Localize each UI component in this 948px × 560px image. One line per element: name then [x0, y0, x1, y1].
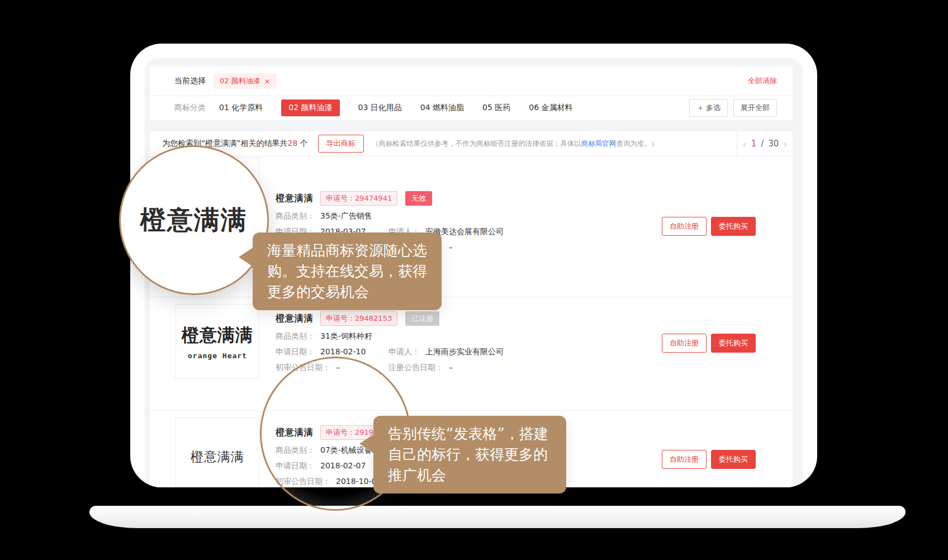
- tooltip-promotion: 告别传统“发表格”，搭建自己的标行，获得更多的推广机会: [373, 416, 566, 493]
- current-selection-row: 当前选择 02 颜料油漆 × 全部清除: [150, 67, 793, 96]
- trademark-logo-subtext: orange Heart: [188, 352, 247, 360]
- status-badge: 已注册: [405, 311, 439, 326]
- self-register-button[interactable]: 自助注册: [662, 450, 707, 469]
- results-summary-suffix: 个: [297, 139, 307, 148]
- detail-line: 商品类别：31类-饲料种籽: [276, 331, 504, 341]
- applicant-value: 上海雨步实业有限公司: [425, 347, 504, 357]
- entrust-buy-button[interactable]: 委托购买: [711, 450, 756, 469]
- application-number-tag: 申请号：29474941: [320, 191, 397, 206]
- results-count: 28: [288, 139, 298, 148]
- entrust-buy-button[interactable]: 委托购买: [711, 334, 756, 353]
- row-actions: 自助注册 委托购买: [662, 217, 756, 236]
- laptop-base: [89, 506, 906, 528]
- current-selection-label: 当前选择: [174, 76, 206, 86]
- category-field-label: 商品类别：: [276, 211, 315, 221]
- row-actions: 自助注册 委托购买: [662, 450, 756, 469]
- category-nav: 01 化学原料 02 颜料油漆 03 日化用品 04 燃料油脂 05 医药 06…: [219, 99, 573, 116]
- disclaimer-suffix: 查询为准。）: [616, 139, 658, 148]
- pagination: ‹ 1 / 30 ›: [737, 131, 793, 156]
- applicant-label: 申请人：: [388, 347, 420, 357]
- registration-publication-label: 注册公告日期：: [388, 363, 443, 373]
- detail-line: 商品类别：35类-广告销售: [276, 211, 504, 221]
- row-actions: 自助注册 委托购买: [662, 334, 756, 353]
- application-number-label: 申请号：: [326, 194, 355, 202]
- detail-line: 申请日期：2018-02-10 申请人：上海雨步实业有限公司: [276, 347, 504, 357]
- trademark-name: 橙意满满: [276, 313, 314, 325]
- disclaimer-prefix: （商标检索结果仅供参考，不作为商标能否注册的法律依据；具体以: [372, 139, 581, 148]
- trademark-title-line: 橙意满满 申请号：29474941 无效: [276, 191, 504, 206]
- tooltip-marketplace-text: 海量精品商标资源随心选购。支持在线交易，获得更多的交易机会: [267, 242, 427, 300]
- table-row: 橙意满满 orange Heart 橙意满满 申请号：29482153 已注册 …: [150, 297, 793, 410]
- tooltip-arrow-icon: [359, 434, 375, 454]
- trademark-office-link[interactable]: 商标局官网: [581, 139, 617, 148]
- application-number-label: 申请号：: [326, 314, 355, 322]
- category-field-label: 商品类别：: [276, 331, 315, 341]
- entrust-buy-button[interactable]: 委托购买: [711, 217, 756, 236]
- category-label: 商标分类: [174, 103, 206, 113]
- category-item-06[interactable]: 06 金属材料: [529, 103, 572, 113]
- selected-filter-tag-label: 02 颜料油漆: [220, 76, 260, 86]
- next-page-icon[interactable]: ›: [783, 138, 787, 150]
- self-register-button[interactable]: 自助注册: [662, 217, 707, 236]
- expand-all-button[interactable]: 展开全部: [733, 99, 777, 117]
- export-trademarks-button[interactable]: 导出商标: [318, 135, 364, 153]
- application-number-value: 29482153: [355, 314, 392, 322]
- apply-date-label: 申请日期：: [276, 347, 315, 357]
- category-item-02-active[interactable]: 02 颜料油漆: [281, 99, 339, 116]
- clear-all-button[interactable]: 全部清除: [748, 76, 777, 86]
- multi-select-button[interactable]: ＋ 多选: [689, 99, 728, 117]
- application-number-value: 29474941: [355, 194, 392, 202]
- prev-page-icon[interactable]: ‹: [742, 138, 746, 150]
- trademark-logo: 橙意满满: [176, 417, 259, 487]
- trademark-title-line: 橙意满满 申请号：29482153 已注册: [276, 311, 504, 326]
- category-item-03[interactable]: 03 日化用品: [358, 103, 402, 113]
- total-pages: 30: [768, 139, 779, 149]
- category-item-04[interactable]: 04 燃料油脂: [420, 103, 464, 113]
- status-badge: 无效: [405, 191, 432, 206]
- category-row: 商标分类 01 化学原料 02 颜料油漆 03 日化用品 04 燃料油脂 05 …: [150, 96, 793, 120]
- apply-date-value: 2018-02-10: [320, 347, 366, 357]
- tooltip-arrow-icon: [239, 247, 254, 267]
- registration-publication-value: –: [449, 243, 453, 253]
- trademark-logo: 橙意满满 orange Heart: [176, 304, 259, 379]
- results-disclaimer: （商标检索结果仅供参考，不作为商标能否注册的法律依据；具体以商标局官网查询为准。…: [372, 139, 737, 149]
- close-icon[interactable]: ×: [264, 78, 271, 85]
- tooltip-promotion-text: 告别传统“发表格”，搭建自己的标行，获得更多的推广机会: [388, 425, 548, 483]
- trademark-logo-text: 橙意满满: [182, 324, 253, 347]
- results-header: 为您检索到“橙意满满”相关的结果共28 个 导出商标 （商标检索结果仅供参考，不…: [150, 131, 793, 156]
- category-actions: ＋ 多选 展开全部: [689, 99, 777, 117]
- selected-filter-tag[interactable]: 02 颜料油漆 ×: [214, 73, 277, 89]
- page-separator: /: [761, 139, 764, 149]
- trademark-name: 橙意满满: [276, 193, 314, 205]
- registration-publication-value: –: [449, 363, 453, 373]
- magnified-trademark-text: 橙意满满: [140, 203, 248, 238]
- category-item-01[interactable]: 01 化学原料: [219, 103, 263, 113]
- category-field-value: 35类-广告销售: [320, 211, 372, 221]
- magnifier-circle-1: 橙意满满: [119, 145, 269, 295]
- filter-card: 当前选择 02 颜料油漆 × 全部清除 商标分类 01 化学原料 02 颜料油漆…: [150, 67, 793, 120]
- category-field-value: 31类-饲料种籽: [320, 331, 372, 341]
- application-number-tag: 申请号：29482153: [320, 311, 397, 326]
- category-item-05[interactable]: 05 医药: [482, 103, 510, 113]
- self-register-button[interactable]: 自助注册: [662, 334, 707, 353]
- current-page: 1: [751, 139, 757, 149]
- tooltip-marketplace: 海量精品商标资源随心选购。支持在线交易，获得更多的交易机会: [253, 232, 442, 310]
- trademark-logo-text: 橙意满满: [191, 448, 244, 466]
